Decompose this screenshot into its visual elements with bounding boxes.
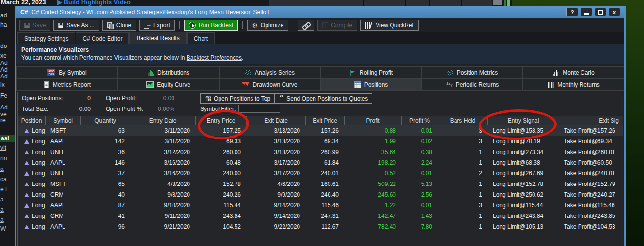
table-row[interactable]: LongAAPL969/21/2020104.529/22/2020112.67… [18, 221, 623, 232]
cell-entry_price: 69.33 [196, 138, 247, 145]
viz-tab-drawdown-curve[interactable]: Drawdown Curve [219, 78, 320, 91]
rolling-profit-icon [349, 69, 356, 76]
table-row[interactable]: LongAAPL879/10/2020115.449/14/2020115.46… [18, 200, 623, 211]
bg-fragment[interactable]: nn [0, 155, 7, 162]
viz-tab-monthly-returns[interactable]: Monthly Returns [523, 78, 624, 91]
table-row[interactable]: LongMSFT654/3/2020152.784/6/2020160.6150… [18, 179, 623, 189]
open-positions-to-top-button[interactable]: Open Positions to Top [200, 93, 275, 104]
col-header-profit_pct[interactable]: Profit % [402, 116, 438, 125]
stats-bar: Open Positions: 0 Open Profit: 0.00 Tota… [18, 92, 623, 116]
viz-tab-positions[interactable]: Positions [320, 78, 422, 91]
cell-position: Long [18, 138, 46, 145]
viz-tab-distributions[interactable]: Distributions [118, 66, 219, 78]
help-button[interactable]: ? [566, 8, 578, 16]
cell-exit_signal: Take Profit@243.85 [559, 213, 623, 219]
cell-position: Long [18, 149, 46, 155]
tab-backtest-results[interactable]: Backtest Results [129, 32, 186, 44]
compile-button[interactable]: ⇓Compile [317, 20, 357, 31]
col-header-exit_date[interactable]: Exit Date [247, 116, 306, 125]
export-button[interactable]: Export [139, 20, 175, 31]
viz-tab-metrics-report[interactable]: Metrics Report [16, 78, 118, 91]
table-row[interactable]: LongUNH373/16/2020240.003/17/2020240.010… [18, 168, 623, 179]
maximize-button[interactable] [595, 8, 606, 16]
cell-bars_held: 3 [438, 127, 488, 134]
svg-text:ABC: ABC [49, 70, 54, 73]
clone-button[interactable]: Clone [102, 20, 136, 31]
viz-tab-position-metrics[interactable]: Position Metrics [422, 66, 523, 78]
col-header-entry_price[interactable]: Entry Price [196, 116, 247, 125]
cell-profit: 0.52 [345, 170, 402, 177]
table-row[interactable]: LongUNH363/12/2020260.003/13/2020260.993… [18, 147, 623, 157]
viz-tab-periodic-returns[interactable]: Periodic Returns [422, 78, 523, 91]
cell-exit_date: 9/14/2020 [247, 202, 306, 209]
viz-tab-rolling-profit[interactable]: Rolling Profit [320, 66, 422, 78]
tab-code-editor[interactable]: C# Code Editor [76, 32, 129, 44]
col-header-symbol[interactable]: Symbol [46, 116, 81, 125]
col-header-position[interactable]: Position [18, 116, 46, 125]
col-header-exit_signal[interactable]: Exit Sig [559, 116, 623, 125]
bg-green-bar [507, 0, 510, 6]
table-row[interactable]: LongCRM419/11/2020243.849/14/2020247.311… [18, 211, 623, 221]
bg-fragment[interactable]: e t [0, 186, 7, 193]
cell-exit_signal: Take Profit@240.27 [559, 191, 623, 198]
col-header-exit_price[interactable]: Exit Price [306, 116, 345, 125]
cell-exit_date: 3/13/2020 [247, 149, 306, 155]
cell-profit_pct: 5.13 [402, 181, 438, 187]
cell-symbol: AAPL [46, 202, 81, 209]
optimize-button[interactable]: ⚙Optimize [247, 20, 288, 31]
long-triangle-icon [24, 139, 29, 144]
viz-tab-by-symbol[interactable]: ABCDEFBy Symbol [16, 66, 118, 78]
viz-tab-equity-curve[interactable]: Equity Curve [118, 78, 219, 91]
view-quickref-button[interactable]: View QuickRef [360, 20, 418, 31]
monthly-returns-icon [547, 81, 554, 88]
symbol-filter-label: Symbol Filter: [200, 106, 236, 112]
cell-entry_signal: Long Limit@158.35 [488, 127, 559, 134]
send-open-positions-to-quotes-button[interactable]: “ Send Open Positions to Quotes [275, 93, 372, 104]
bg-fragment[interactable]: ca [0, 176, 7, 183]
col-header-quantity[interactable]: Quantity [81, 116, 130, 125]
bg-fragment[interactable]: a [0, 166, 4, 172]
tab-chart[interactable]: Chart [187, 32, 215, 44]
bg-fragment[interactable]: vit [0, 144, 6, 151]
cell-entry_price: 240.00 [196, 170, 247, 177]
cell-quantity: 96 [81, 223, 130, 230]
symbol-filter-input[interactable] [238, 105, 280, 113]
save-as-button[interactable]: Save As ... [53, 20, 99, 31]
minimize-button[interactable] [581, 8, 592, 16]
window-title: C# Coded Strategy - WL.com Published Str… [31, 9, 269, 15]
build-highlights-video-link[interactable]: ▶ Build Highlights Video [57, 0, 131, 6]
col-header-profit[interactable]: Profit [345, 116, 402, 125]
col-header-bars_held[interactable]: Bars Held [438, 116, 488, 125]
cell-position: Long [18, 170, 46, 177]
col-header-entry_signal[interactable]: Entry Signal [488, 116, 559, 125]
col-header-entry_date[interactable]: Entry Date [130, 116, 196, 125]
table-row[interactable]: LongCRM409/8/2020240.269/9/2020246.40245… [18, 189, 623, 200]
long-triangle-icon [24, 161, 29, 165]
cell-position: Long [18, 191, 46, 198]
bg-fragment: ix [0, 81, 5, 88]
minimize-icon [584, 13, 589, 15]
viz-tab-analysis-series[interactable]: Analysis Series [219, 66, 320, 78]
cell-entry_price: 60.48 [196, 159, 247, 166]
table-row[interactable]: LongAAPL1423/11/202069.333/13/202069.341… [18, 136, 623, 147]
close-button[interactable]: x [609, 8, 620, 16]
save-button[interactable]: Save [19, 20, 50, 31]
table-row[interactable]: LongMSFT633/11/2020157.253/13/2020157.26… [18, 125, 623, 136]
titlebar[interactable]: C# C# Coded Strategy - WL.com Published … [16, 6, 624, 18]
viz-tab-monte-carlo[interactable]: Monte Carlo [523, 66, 624, 78]
table-row[interactable]: LongAAPL1463/16/202060.483/17/202061.841… [18, 157, 623, 168]
bg-fragment[interactable]: a [0, 216, 4, 223]
cell-quantity: 65 [81, 181, 130, 187]
viz-tab-label: Drawdown Curve [252, 81, 297, 88]
bg-fragment[interactable]: a [0, 196, 4, 203]
long-triangle-icon [24, 203, 29, 208]
run-backtest-button[interactable]: Run Backtest [184, 20, 238, 31]
move-to-top-icon [204, 95, 211, 102]
bg-fragment[interactable]: W [0, 225, 6, 232]
link-button[interactable] [298, 20, 314, 31]
tab-strategy-settings[interactable]: Strategy Settings [17, 32, 75, 44]
cell-entry_price: 115.44 [196, 202, 247, 209]
cell-exit_price: 115.46 [306, 202, 345, 209]
bg-fragment[interactable]: a [0, 206, 4, 213]
backtest-preferences-link[interactable]: Backtest Preferences [187, 54, 242, 61]
